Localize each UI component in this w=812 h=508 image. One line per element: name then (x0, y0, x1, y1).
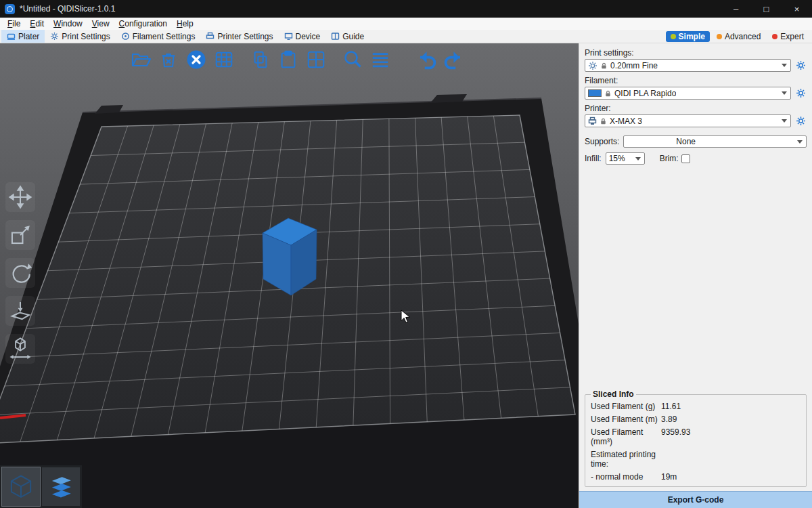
undo-button[interactable] (414, 47, 438, 72)
app-window: *Untitled - QIDISlicer-1.0.1 – □ × FileE… (0, 0, 812, 508)
preview-view-button[interactable] (42, 467, 80, 506)
delete-all-icon (185, 49, 207, 70)
brim-checkbox[interactable] (681, 154, 690, 163)
infill-label: Infill: (585, 154, 602, 163)
menu-file[interactable]: File (3, 19, 25, 28)
copy-icon (250, 49, 271, 70)
lock-icon (604, 89, 612, 98)
search-icon (342, 49, 363, 70)
mode-expert[interactable]: Expert (767, 31, 809, 42)
paste-button[interactable] (276, 47, 300, 72)
export-gcode-button[interactable]: Export G-code (579, 491, 812, 508)
menu-edit[interactable]: Edit (25, 19, 49, 28)
delete-all-button[interactable] (184, 47, 208, 72)
open-folder-icon (130, 49, 152, 70)
menu-configuration[interactable]: Configuration (114, 19, 172, 28)
delete-button[interactable] (156, 47, 181, 72)
place-on-face-button[interactable] (5, 296, 35, 326)
measure-icon (7, 336, 33, 362)
filament-gear-button[interactable] (795, 87, 807, 99)
move-icon (7, 184, 33, 210)
print-settings-combo[interactable]: 0.20mm Fine (585, 59, 791, 72)
editor-view-button[interactable] (2, 467, 40, 506)
close-button[interactable]: × (782, 0, 812, 18)
guide-icon (331, 32, 340, 41)
lock-icon (600, 62, 608, 70)
menu-view[interactable]: View (87, 19, 114, 28)
sliced-layers-icon (45, 472, 76, 502)
tab-device[interactable]: Device (279, 30, 326, 43)
supports-label: Supports: (585, 137, 619, 146)
filament-color-swatch (588, 89, 602, 97)
sliced-info-row: Used Filament (g)11.61 (589, 400, 802, 412)
variable-layer-height-button[interactable] (368, 47, 392, 72)
trash-icon (158, 49, 179, 70)
maximize-button[interactable]: □ (751, 0, 782, 18)
filament-combo[interactable]: QIDI PLA Rapido (585, 87, 791, 100)
filament-icon (121, 32, 130, 41)
dropdown-arrow-icon (782, 119, 787, 123)
split-view-icon (306, 49, 326, 70)
scale-button[interactable] (5, 220, 35, 250)
brim-label: Brim: (660, 154, 679, 163)
lock-icon (600, 117, 607, 125)
gear-icon (50, 32, 59, 41)
gear-icon (796, 88, 806, 98)
rotate-button[interactable] (5, 258, 35, 288)
printer-label: Printer: (585, 104, 807, 113)
app-logo-icon (5, 4, 15, 14)
sidebar-spacer (585, 165, 807, 389)
move-button[interactable] (5, 182, 35, 212)
view-toggle-panel (0, 465, 82, 508)
dropdown-arrow-icon (635, 157, 641, 161)
gear-icon (796, 60, 806, 70)
plater-icon (7, 32, 16, 41)
printer-combo[interactable]: X-MAX 3 (585, 114, 791, 127)
infill-combo[interactable]: 15% (606, 152, 645, 165)
tab-plater[interactable]: Plater (1, 30, 45, 43)
redo-icon (442, 47, 466, 72)
undo-icon (414, 47, 438, 72)
split-view-button[interactable] (304, 47, 328, 72)
tab-printer-settings[interactable]: Printer Settings (200, 30, 278, 43)
place-on-face-icon (7, 298, 33, 324)
printer-gear-button[interactable] (795, 115, 807, 127)
printer-icon (206, 32, 215, 41)
cube-3d-icon (6, 472, 36, 502)
toolbar-left (5, 182, 35, 364)
print-settings-gear-button[interactable] (795, 60, 807, 71)
sliced-info-row: Estimated printing time: (589, 448, 802, 470)
dropdown-arrow-icon (797, 140, 803, 144)
simple-dot-icon (671, 34, 676, 39)
redo-button[interactable] (442, 47, 466, 72)
mode-simple[interactable]: Simple (666, 31, 710, 42)
gear-icon (796, 116, 806, 126)
print-settings-label: Print settings: (585, 48, 807, 58)
viewport-3d[interactable] (0, 43, 579, 508)
tab-filament-settings[interactable]: Filament Settings (116, 30, 201, 43)
tab-guide[interactable]: Guide (325, 30, 369, 43)
menu-help[interactable]: Help (172, 19, 198, 28)
printer-icon (588, 117, 597, 125)
sliced-info-row: Used Filament (mm³)9359.93 (589, 425, 802, 448)
title-bar: *Untitled - QIDISlicer-1.0.1 – □ × (0, 0, 812, 18)
layers-icon (370, 49, 390, 70)
dropdown-arrow-icon (782, 91, 787, 95)
supports-combo[interactable]: None (623, 135, 807, 148)
tab-bar: Plater Print Settings Filament Settings … (0, 30, 812, 43)
dropdown-arrow-icon (782, 64, 787, 67)
tab-print-settings[interactable]: Print Settings (45, 30, 115, 43)
expert-dot-icon (772, 34, 777, 39)
mode-advanced[interactable]: Advanced (712, 31, 765, 42)
rotate-icon (7, 260, 33, 286)
arrange-icon (214, 49, 234, 70)
open-file-button[interactable] (129, 47, 153, 72)
menu-window[interactable]: Window (49, 19, 87, 28)
minimize-button[interactable]: – (721, 0, 751, 18)
measure-button[interactable] (5, 334, 35, 364)
sliced-info-rows: Used Filament (g)11.61Used Filament (m)3… (589, 400, 802, 483)
copy-button[interactable] (248, 47, 273, 72)
arrange-button[interactable] (212, 47, 236, 72)
search-button[interactable] (340, 47, 365, 72)
advanced-dot-icon (717, 34, 722, 39)
